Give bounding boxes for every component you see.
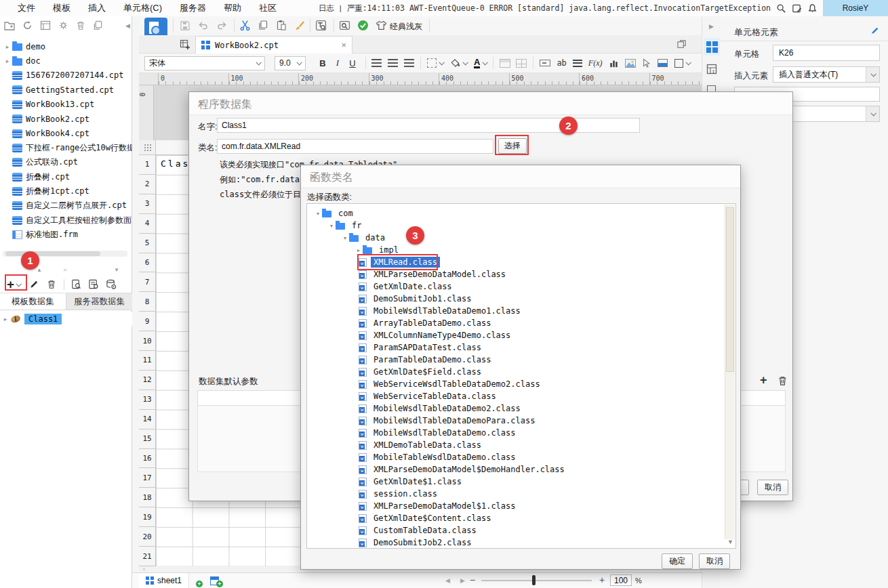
row-header[interactable]: 20 xyxy=(139,527,155,547)
expand-arrow-icon[interactable]: ▾ xyxy=(341,235,349,241)
search-icon[interactable] xyxy=(776,3,786,14)
image-icon[interactable] xyxy=(625,59,636,68)
row-header[interactable]: 2 xyxy=(139,175,155,194)
class-tree-item[interactable]: MobileWsdlTableDataDemo2.class xyxy=(307,402,735,415)
template-web-attr-icon[interactable] xyxy=(339,20,350,31)
delete-dataset-icon[interactable] xyxy=(47,279,56,289)
align-left-icon[interactable] xyxy=(371,59,382,67)
sheet-tab[interactable]: sheet1 xyxy=(139,573,189,588)
settings-gear-icon[interactable] xyxy=(58,20,68,30)
row-header[interactable]: 15 xyxy=(139,429,155,449)
zoom-slider-track[interactable] xyxy=(481,580,592,581)
menu-cell[interactable]: 单元格(C) xyxy=(123,2,162,14)
row-header[interactable]: 9 xyxy=(139,312,155,331)
border-dropdown-icon[interactable] xyxy=(439,60,444,65)
select-all-corner[interactable] xyxy=(139,140,156,155)
tab-template-datasets[interactable]: 模板数据集 xyxy=(0,293,66,310)
class-tree-item[interactable]: MobileWsdlTableDataDemo.class xyxy=(307,427,735,439)
class-tree-item[interactable]: GetXmlDate$Field.class xyxy=(307,366,735,378)
class-tree-item[interactable]: WebServiceTableData.class xyxy=(307,390,735,402)
row-header[interactable]: 10 xyxy=(139,331,155,351)
subreport-widget-icon[interactable] xyxy=(658,59,668,67)
menu-server[interactable]: 服务器 xyxy=(180,2,206,14)
row-header[interactable]: 16 xyxy=(139,449,155,469)
close-dialog-icon[interactable]: × xyxy=(310,171,732,183)
row-header[interactable]: 18 xyxy=(139,488,155,507)
classname-input[interactable] xyxy=(217,139,493,154)
row-header[interactable]: 6 xyxy=(139,253,155,273)
row-header[interactable]: 7 xyxy=(139,272,155,292)
tree-folder-com[interactable]: ▾ com xyxy=(307,207,735,219)
font-color-icon[interactable]: A xyxy=(474,58,480,68)
menu-community[interactable]: 社区 xyxy=(259,2,277,14)
file-tree-item[interactable]: 折叠树.cpt xyxy=(0,170,132,184)
file-tree-item[interactable]: 自定义工具栏按钮控制参数面 xyxy=(0,213,132,228)
cut-icon[interactable] xyxy=(239,20,251,31)
font-size-combo[interactable]: 9.0 xyxy=(275,56,306,70)
tree-folder-data[interactable]: ▾ data xyxy=(307,232,735,244)
class-tree-item[interactable]: GetXmlDate.class xyxy=(307,280,735,293)
shape-rect-icon[interactable] xyxy=(674,59,683,68)
row-header[interactable]: 4 xyxy=(139,214,155,234)
class-tree-item[interactable]: ParamTableDataDemo.class xyxy=(307,354,735,366)
bold-button[interactable]: B xyxy=(315,58,330,68)
text-element-icon[interactable]: ab xyxy=(557,58,566,68)
scroll-down-icon[interactable]: ▼ xyxy=(727,539,733,545)
class-tree-item[interactable]: XMLParseDemoDataModel$1.class xyxy=(307,500,735,512)
formula-icon[interactable]: F(x) xyxy=(588,58,603,68)
cancel-button[interactable]: 取消 xyxy=(699,553,730,569)
border-icon[interactable] xyxy=(427,58,437,68)
sheet-nav-left-icon[interactable]: ◀ xyxy=(445,577,450,584)
row-header[interactable]: 21 xyxy=(139,547,155,566)
add-grid-sheet-icon[interactable] xyxy=(190,576,200,585)
theme-tshirt-icon[interactable] xyxy=(376,20,387,31)
italic-button[interactable]: I xyxy=(330,58,345,68)
format-painter-icon[interactable] xyxy=(294,20,305,31)
validate-check-icon[interactable] xyxy=(357,20,369,31)
file-tree-item[interactable]: ▸ doc xyxy=(0,54,132,68)
menu-insert[interactable]: 插入 xyxy=(88,2,106,14)
document-tab-workbook2[interactable]: WorkBook2.cpt × xyxy=(195,36,352,54)
new-folder-icon[interactable] xyxy=(4,20,15,30)
zoom-out-button[interactable]: − xyxy=(470,574,475,585)
expand-arrow-icon[interactable]: ▸ xyxy=(3,43,12,50)
file-tree-item[interactable]: 下拉框-range公式10w行数据 xyxy=(0,141,132,155)
file-tree-item[interactable]: 自定义二层树节点展开.cpt xyxy=(0,198,132,213)
file-tree-item[interactable]: WorkBook13.cpt xyxy=(0,98,132,112)
feedback-note-icon[interactable] xyxy=(792,3,802,14)
insert-element-select[interactable]: 插入普通文本(T) xyxy=(773,66,880,83)
save-icon[interactable] xyxy=(180,20,190,31)
row-header[interactable]: 17 xyxy=(139,468,155,488)
file-tree-item[interactable]: 折叠树1cpt.cpt xyxy=(0,184,132,198)
fill-color-icon[interactable] xyxy=(450,58,461,68)
find-replace-icon[interactable] xyxy=(315,20,327,31)
expand-arrow-icon[interactable]: ▸ xyxy=(355,247,363,253)
file-tree-item[interactable]: 1567672007207144.cpt xyxy=(0,68,132,83)
close-tab-icon[interactable]: × xyxy=(341,40,346,50)
class-tree-item[interactable]: XMLParseDemoDataModel$DemoHandler.class xyxy=(307,463,735,476)
merge-cells-icon[interactable] xyxy=(500,59,510,68)
class-tree-item[interactable]: MobileWsdlTableDataDemo1.class xyxy=(307,305,735,317)
expand-arrow-icon[interactable]: ▾ xyxy=(314,211,322,217)
refresh-icon[interactable] xyxy=(22,20,33,30)
zoom-slider-handle[interactable] xyxy=(532,575,536,585)
edit-dataset-icon[interactable] xyxy=(29,279,39,289)
add-form-sheet-icon[interactable] xyxy=(210,576,220,585)
expand-arrow-icon[interactable]: ▸ xyxy=(3,58,12,64)
class-tree-item[interactable]: XMLDemoTableData.class xyxy=(307,439,735,451)
class-tree-item[interactable]: ArrayTableDataDemo.class xyxy=(307,317,735,329)
class-tree-item[interactable]: DemoSubmitJob2.class xyxy=(307,537,735,549)
expand-arrow-icon[interactable]: ▸ xyxy=(0,316,11,322)
class-tree-item[interactable]: DemoSubmitJob1.class xyxy=(307,293,735,305)
class-tree-item[interactable]: session.class xyxy=(307,488,735,500)
menu-help[interactable]: 帮助 xyxy=(224,2,241,14)
align-right-icon[interactable] xyxy=(404,59,414,67)
row-header[interactable]: 3 xyxy=(139,194,155,214)
tab-server-datasets[interactable]: 服务器数据集 xyxy=(66,293,132,310)
class-tree-item[interactable]: MobileTableWsdlDataDemo.class xyxy=(307,451,735,463)
dataset-config-icon[interactable] xyxy=(88,279,99,289)
collapse-panel-icon[interactable]: ◀ xyxy=(125,22,130,29)
expand-arrow-icon[interactable]: ▾ xyxy=(327,223,336,229)
tree-folder-fr[interactable]: ▾ fr xyxy=(307,219,735,232)
redo-icon[interactable] xyxy=(216,20,227,31)
